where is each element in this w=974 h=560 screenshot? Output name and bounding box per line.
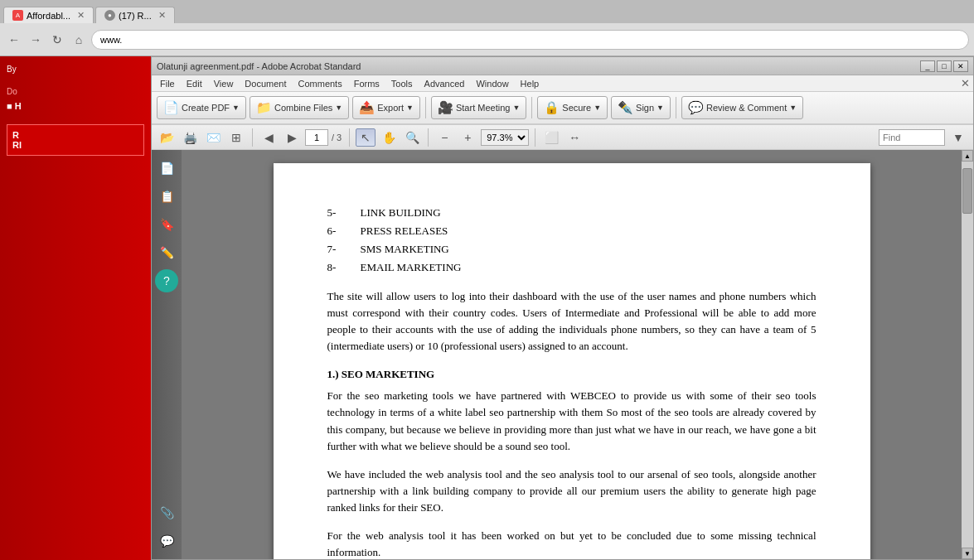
tab2-favicon: ● [104, 10, 115, 21]
panel-icon-pages[interactable]: 📄 [155, 157, 178, 180]
open-button[interactable]: 📂 [157, 128, 177, 147]
back-button[interactable]: ← [5, 31, 23, 49]
list-text-5: LINK BUILDING [361, 205, 441, 221]
sign-button[interactable]: ✒️ Sign ▼ [611, 96, 671, 119]
main-toolbar: 📄 Create PDF ▼ 📁 Combine Files ▼ 📤 Expor… [152, 92, 973, 125]
zoom-out-button2[interactable]: − [434, 128, 454, 147]
panel-icon-edit[interactable]: ✏️ [155, 241, 178, 264]
start-meeting-button[interactable]: 🎥 Start Meeting ▼ [431, 96, 526, 119]
para2-text: For the seo marketing tools we have part… [327, 389, 817, 451]
minimize-button[interactable]: _ [920, 60, 935, 72]
panel-icon-attachments[interactable]: 🔖 [155, 213, 178, 236]
sidebar-heading: ■ H [7, 101, 144, 111]
list-text-7: SMS MARKETING [361, 241, 449, 258]
para4-text: For the web analysis tool it has been wo… [327, 529, 817, 558]
scroll-thumb[interactable] [962, 168, 972, 214]
export-button[interactable]: 📤 Export ▼ [352, 96, 420, 119]
sign-arrow: ▼ [657, 104, 664, 112]
find-arrow[interactable]: ▼ [948, 128, 968, 147]
review-comment-button[interactable]: 💬 Review & Comment ▼ [681, 96, 803, 119]
combine-files-button[interactable]: 📁 Combine Files ▼ [250, 96, 349, 119]
menu-bar: File Edit View Document Comments Forms T… [152, 75, 973, 92]
menu-file[interactable]: File [155, 77, 180, 90]
create-pdf-button[interactable]: 📄 Create PDF ▼ [157, 96, 246, 119]
list-item: 6- PRESS RELEASES [327, 223, 817, 239]
menu-tools[interactable]: Tools [386, 77, 418, 90]
menu-help[interactable]: Help [516, 77, 545, 90]
acrobat-titlebar: Olatunji agreenment.pdf - Adobe Acrobat … [152, 57, 973, 75]
browser-nav-bar: ← → ↻ ⌂ [0, 23, 974, 56]
secure-icon: 🔒 [544, 100, 560, 115]
tab2-close[interactable]: ✕ [158, 10, 166, 21]
panel-icon-paperclip[interactable]: 📎 [155, 501, 178, 524]
sidebar-btn1[interactable]: RRI [7, 124, 144, 156]
zoom-dropdown[interactable]: 97.3% 100% [481, 129, 529, 146]
email-button[interactable]: ✉️ [203, 128, 223, 147]
document-area[interactable]: 5- LINK BUILDING 6- PRESS RELEASES 7- SM… [182, 150, 962, 559]
create-pdf-icon: 📄 [163, 100, 179, 115]
tab-1[interactable]: A Affordabl... ✕ [3, 7, 94, 23]
sign-icon: ✒️ [618, 100, 633, 115]
heading1-text: 1.) SEO MARKETING [327, 368, 435, 380]
menu-window[interactable]: Window [471, 77, 513, 90]
menu-advanced[interactable]: Advanced [419, 77, 470, 90]
next-page-button[interactable]: ▶ [282, 128, 302, 147]
acrobat-close-x[interactable]: ✕ [961, 77, 970, 89]
prev-page-button[interactable]: ◀ [259, 128, 279, 147]
page-number-input[interactable] [305, 129, 328, 146]
list-num-7: 7- [327, 241, 347, 258]
content-area: 📄 📋 🔖 ✏️ ? 📎 💬 5- LINK BUILDING [152, 150, 973, 559]
acrobat-window: Olatunji agreenment.pdf - Adobe Acrobat … [151, 56, 974, 560]
toolbar2-sep1 [252, 128, 253, 147]
menu-forms[interactable]: Forms [349, 77, 385, 90]
scrollbar-v[interactable]: ▲ ▼ [962, 150, 973, 559]
review-comment-label: Review & Comment [706, 103, 787, 113]
fit-page-button[interactable]: ⬜ [541, 128, 561, 147]
page-nav: / 3 [305, 129, 343, 146]
find-input[interactable] [879, 129, 945, 146]
close-button[interactable]: ✕ [953, 60, 968, 72]
view-button[interactable]: ⊞ [226, 128, 246, 147]
reload-button[interactable]: ↻ [48, 31, 66, 49]
fit-width-button[interactable]: ↔ [565, 128, 584, 147]
scroll-up-button[interactable]: ▲ [962, 150, 973, 162]
panel-icon-help[interactable]: ? [155, 269, 178, 292]
zoom-in-button[interactable]: 🔍 [402, 128, 422, 147]
list-item: 8- EMAIL MARKETING [327, 259, 817, 276]
menu-edit[interactable]: Edit [182, 77, 207, 90]
hand-tool-button[interactable]: ✋ [379, 128, 399, 147]
scroll-track[interactable] [962, 162, 973, 548]
acrobat-title: Olatunji agreenment.pdf - Adobe Acrobat … [157, 61, 361, 71]
sidebar-by-label: By [7, 65, 144, 74]
print-button[interactable]: 🖨️ [180, 128, 200, 147]
cursor-tool-button[interactable]: ↖ [356, 128, 376, 147]
tab-2[interactable]: ● (17) R... ✕ [95, 7, 175, 23]
tab-bar: A Affordabl... ✕ ● (17) R... ✕ [0, 0, 974, 23]
panel-icon-bookmarks[interactable]: 📋 [155, 185, 178, 208]
secure-label: Secure [562, 103, 591, 113]
home-button[interactable]: ⌂ [70, 31, 88, 49]
secure-button[interactable]: 🔒 Secure ▼ [537, 96, 608, 119]
list-text-6: PRESS RELEASES [361, 223, 448, 239]
menu-comments[interactable]: Comments [293, 77, 347, 90]
create-pdf-label: Create PDF [182, 103, 230, 113]
export-arrow: ▼ [406, 104, 414, 112]
maximize-button[interactable]: □ [937, 60, 952, 72]
review-comment-icon: 💬 [688, 100, 704, 115]
forward-button[interactable]: → [27, 31, 45, 49]
tab2-label: (17) R... [119, 11, 152, 21]
tab1-close[interactable]: ✕ [77, 10, 85, 21]
tab1-label: Affordabl... [27, 11, 70, 21]
menu-document[interactable]: Document [240, 77, 291, 90]
panel-icon-comments[interactable]: 💬 [155, 529, 178, 553]
zoom-in-button2[interactable]: + [458, 128, 477, 147]
meeting-arrow: ▼ [512, 104, 520, 112]
list-num-5: 5- [327, 205, 347, 221]
tab1-favicon: A [12, 10, 23, 21]
scroll-down-button[interactable]: ▼ [962, 548, 973, 559]
page-separator: / 3 [330, 133, 343, 142]
pdf-list: 5- LINK BUILDING 6- PRESS RELEASES 7- SM… [327, 205, 817, 277]
sidebar-do-label: Do [7, 87, 144, 96]
address-bar[interactable] [91, 30, 969, 50]
menu-view[interactable]: View [209, 77, 239, 90]
